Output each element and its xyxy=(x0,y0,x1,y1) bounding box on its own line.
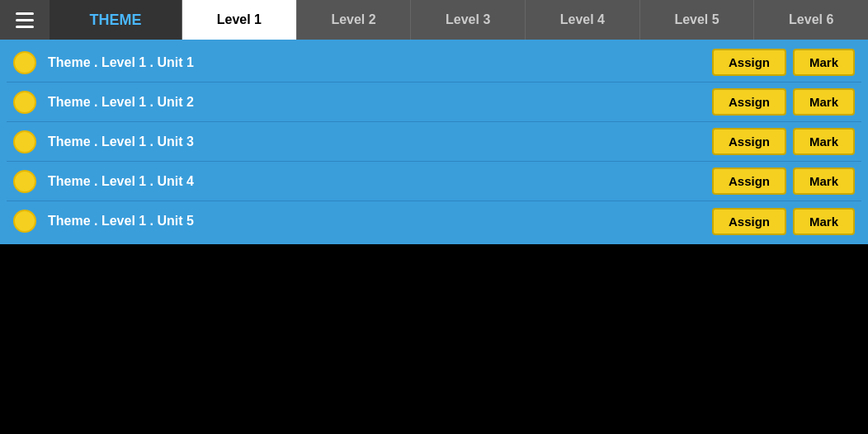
unit-status-icon xyxy=(13,210,36,233)
header: THEME Level 1 Level 2 Level 3 Level 4 Le… xyxy=(0,0,868,40)
mark-button-2[interactable]: Mark xyxy=(793,88,855,116)
hamburger-line xyxy=(16,19,34,21)
tab-level4[interactable]: Level 4 xyxy=(525,0,639,40)
unit-status-icon xyxy=(13,170,36,193)
unit-row: Theme . Level 1 . Unit 3 Assign Mark xyxy=(7,122,861,162)
unit-label: Theme . Level 1 . Unit 4 xyxy=(48,174,712,189)
assign-button-5[interactable]: Assign xyxy=(712,208,786,235)
mark-button-4[interactable]: Mark xyxy=(793,167,855,195)
unit-row: Theme . Level 1 . Unit 2 Assign Mark xyxy=(7,83,861,122)
mark-button-3[interactable]: Mark xyxy=(793,128,855,155)
unit-row: Theme . Level 1 . Unit 5 Assign Mark xyxy=(7,201,861,241)
mark-button-1[interactable]: Mark xyxy=(793,49,855,76)
unit-status-icon xyxy=(13,91,36,114)
unit-row: Theme . Level 1 . Unit 4 Assign Mark xyxy=(7,162,861,201)
tabs: Level 1 Level 2 Level 3 Level 4 Level 5 … xyxy=(182,0,868,40)
assign-button-2[interactable]: Assign xyxy=(712,88,786,116)
tab-level2[interactable]: Level 2 xyxy=(296,0,411,40)
assign-button-4[interactable]: Assign xyxy=(712,167,786,195)
unit-label: Theme . Level 1 . Unit 1 xyxy=(48,55,712,70)
tab-level6[interactable]: Level 6 xyxy=(753,0,868,40)
assign-button-3[interactable]: Assign xyxy=(712,128,786,155)
theme-label: THEME xyxy=(50,0,182,40)
unit-label: Theme . Level 1 . Unit 5 xyxy=(48,214,712,229)
unit-status-icon xyxy=(13,51,36,74)
tab-level3[interactable]: Level 3 xyxy=(410,0,525,40)
unit-row: Theme . Level 1 . Unit 1 Assign Mark xyxy=(7,43,861,83)
unit-status-icon xyxy=(13,130,36,153)
tab-level1[interactable]: Level 1 xyxy=(182,0,296,40)
assign-button-1[interactable]: Assign xyxy=(712,49,786,76)
tab-level5[interactable]: Level 5 xyxy=(639,0,754,40)
mark-button-5[interactable]: Mark xyxy=(793,208,855,235)
content-area: Theme . Level 1 . Unit 1 Assign Mark The… xyxy=(0,40,868,244)
app-container: THEME Level 1 Level 2 Level 3 Level 4 Le… xyxy=(0,0,868,434)
unit-label: Theme . Level 1 . Unit 2 xyxy=(48,95,712,110)
hamburger-line xyxy=(16,26,34,28)
unit-label: Theme . Level 1 . Unit 3 xyxy=(48,134,712,149)
menu-button[interactable] xyxy=(0,0,50,40)
hamburger-line xyxy=(16,12,34,15)
